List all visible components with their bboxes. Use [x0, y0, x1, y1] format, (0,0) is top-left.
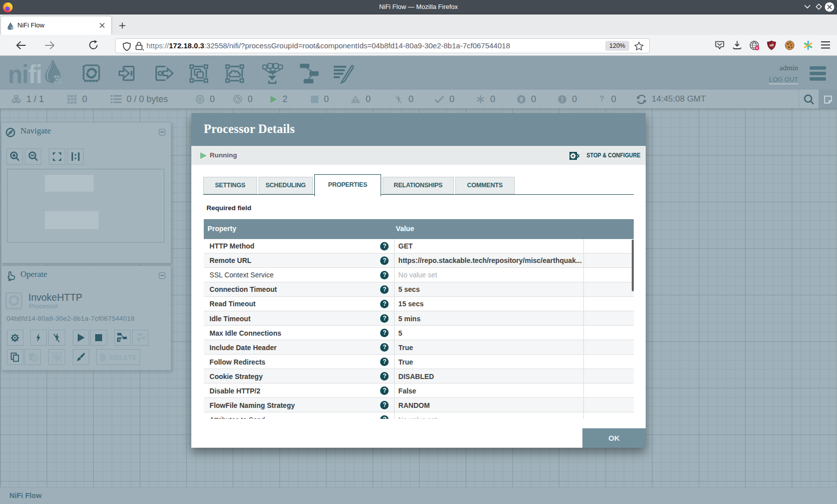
svg-text:u0: u0: [769, 43, 773, 47]
